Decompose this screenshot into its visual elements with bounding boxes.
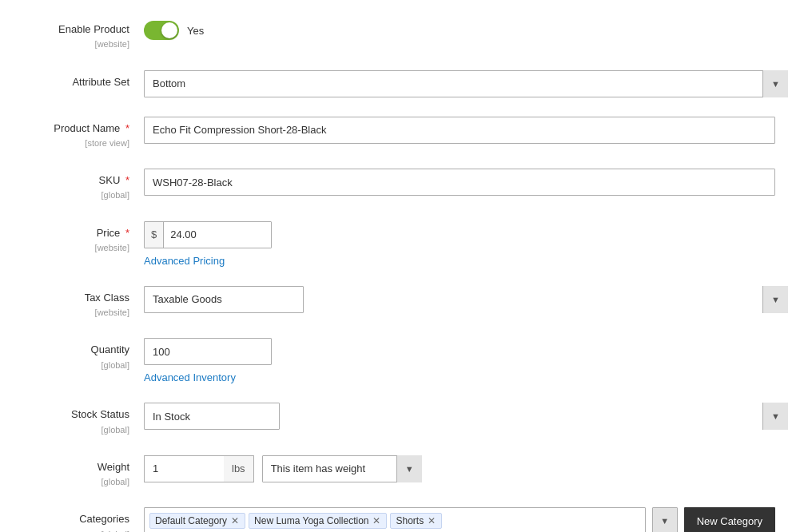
sku-row: SKU * [global] xyxy=(16,159,788,212)
categories-field: Default Category ✕ New Luma Yoga Collect… xyxy=(144,507,788,532)
product-name-label: Product Name * [store view] xyxy=(16,117,144,150)
price-required: * xyxy=(125,227,129,239)
attribute-set-select[interactable]: Bottom Default Top xyxy=(144,70,774,97)
category-tag-shorts: Shorts ✕ xyxy=(390,513,442,529)
price-field: $ Advanced Pricing xyxy=(144,221,788,267)
attribute-set-select-wrapper: Bottom Default Top ▼ xyxy=(144,70,788,97)
category-tag-shorts-label: Shorts xyxy=(396,515,424,526)
price-input-wrapper: $ xyxy=(144,221,272,248)
toggle-yes-label: Yes xyxy=(187,25,204,37)
sku-input[interactable] xyxy=(144,169,775,196)
category-tag-yoga-label: New Luma Yoga Collection xyxy=(254,515,368,526)
categories-label: Categories [global] xyxy=(16,507,144,532)
stock-status-field: In Stock Out of Stock ▼ xyxy=(144,403,788,430)
price-input[interactable] xyxy=(164,222,244,248)
category-tag-default-label: Default Category xyxy=(155,515,227,526)
new-category-button[interactable]: New Category xyxy=(684,507,775,532)
sku-required: * xyxy=(125,174,129,186)
price-symbol: $ xyxy=(145,222,164,248)
weight-unit: lbs xyxy=(224,455,254,482)
product-form: Enable Product [website] Yes Attribute S… xyxy=(0,0,804,532)
weight-row-inner: lbs This item has weight This item has n… xyxy=(144,455,788,482)
weight-input-wrapper: lbs xyxy=(144,455,254,482)
category-tag-default: Default Category ✕ xyxy=(149,513,245,529)
weight-type-select-wrapper: This item has weight This item has no we… xyxy=(262,455,422,482)
product-name-input[interactable] xyxy=(144,117,775,144)
advanced-pricing-link[interactable]: Advanced Pricing xyxy=(144,255,788,267)
product-name-field xyxy=(144,117,788,144)
price-label: Price * [website] xyxy=(16,221,144,255)
tax-class-select-wrapper: Taxable Goods None Shipping ▼ xyxy=(144,286,788,313)
sku-field xyxy=(144,169,788,196)
tax-class-label: Tax Class [website] xyxy=(16,286,144,320)
enable-product-field: Yes xyxy=(144,18,788,40)
sku-label: SKU * [global] xyxy=(16,169,144,202)
tax-class-dropdown-arrow: ▼ xyxy=(762,286,788,313)
product-name-row: Product Name * [store view] xyxy=(16,107,788,160)
categories-wrapper: Default Category ✕ New Luma Yoga Collect… xyxy=(144,507,775,532)
quantity-field: Advanced Inventory xyxy=(144,338,788,383)
stock-status-select[interactable]: In Stock Out of Stock xyxy=(144,403,280,430)
stock-status-select-wrapper: In Stock Out of Stock ▼ xyxy=(144,403,788,430)
weight-field: lbs This item has weight This item has n… xyxy=(144,455,788,482)
category-tag-yoga-remove[interactable]: ✕ xyxy=(372,516,381,526)
tax-class-row: Tax Class [website] Taxable Goods None S… xyxy=(16,276,788,329)
enable-product-label: Enable Product [website] xyxy=(16,18,144,51)
weight-row: Weight [global] lbs This item has weight… xyxy=(16,446,788,498)
categories-tags-area[interactable]: Default Category ✕ New Luma Yoga Collect… xyxy=(144,507,646,532)
category-tag-shorts-remove[interactable]: ✕ xyxy=(427,516,436,526)
enable-product-row: Enable Product [website] Yes xyxy=(16,8,788,61)
price-row: Price * [website] $ Advanced Pricing xyxy=(16,212,788,276)
stock-status-row: Stock Status [global] In Stock Out of St… xyxy=(16,393,788,446)
tax-class-field: Taxable Goods None Shipping ▼ xyxy=(144,286,788,313)
toggle-track[interactable] xyxy=(144,21,179,40)
attribute-set-row: Attribute Set Bottom Default Top ▼ xyxy=(16,61,788,107)
toggle-switch[interactable]: Yes xyxy=(144,18,788,40)
quantity-label: Quantity [global] xyxy=(16,338,144,371)
stock-status-dropdown-arrow: ▼ xyxy=(762,403,788,430)
quantity-row: Quantity [global] Advanced Inventory xyxy=(16,328,788,393)
stock-status-label: Stock Status [global] xyxy=(16,403,144,436)
advanced-inventory-link[interactable]: Advanced Inventory xyxy=(144,371,788,383)
weight-input[interactable] xyxy=(144,455,224,482)
tax-class-select[interactable]: Taxable Goods None Shipping xyxy=(144,286,304,313)
attribute-set-field: Bottom Default Top ▼ xyxy=(144,70,788,97)
quantity-input[interactable] xyxy=(144,338,272,365)
toggle-thumb xyxy=(161,22,177,38)
categories-row: Categories [global] Default Category ✕ N… xyxy=(16,498,788,532)
categories-dropdown-button[interactable]: ▼ xyxy=(652,507,678,532)
attribute-set-label: Attribute Set xyxy=(16,70,144,89)
category-tag-default-remove[interactable]: ✕ xyxy=(230,516,240,526)
product-name-required: * xyxy=(125,122,129,134)
weight-label: Weight [global] xyxy=(16,455,144,489)
weight-type-select[interactable]: This item has weight This item has no we… xyxy=(262,455,422,482)
category-tag-yoga: New Luma Yoga Collection ✕ xyxy=(249,513,387,529)
